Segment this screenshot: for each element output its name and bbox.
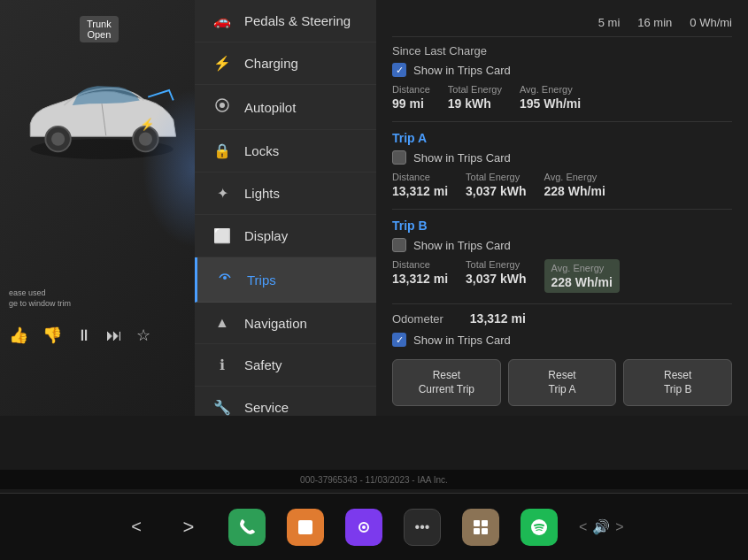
camera-app-icon[interactable] <box>345 509 382 546</box>
divider-2 <box>392 209 732 210</box>
orange-app-icon[interactable] <box>287 509 324 546</box>
reset-trip-a-button[interactable]: ResetTrip A <box>508 359 617 406</box>
trip-a-header: Trip A <box>392 131 732 145</box>
trips-icon <box>215 270 235 289</box>
sidebar-item-label: Locks <box>244 143 279 158</box>
odometer-show-trips-row[interactable]: Show in Trips Card <box>392 333 732 347</box>
taskbar: < > ••• < 🔊 <box>0 493 748 560</box>
sidebar-item-label: Navigation <box>244 316 307 331</box>
car-panel: Trunk Open ⚡ ease used ge to window trim… <box>0 0 195 416</box>
since-charge-show-trips-row[interactable]: Show in Trips Card <box>392 63 732 77</box>
sidebar-item-trips[interactable]: Trips <box>195 257 376 303</box>
spotify-icon[interactable] <box>521 509 558 546</box>
sidebar-item-label: Safety <box>244 357 282 372</box>
trip-b-checkbox[interactable] <box>392 238 406 252</box>
favorite-icon[interactable]: ☆ <box>136 326 150 345</box>
dots-icon[interactable]: ••• <box>404 509 441 546</box>
sidebar-item-service[interactable]: 🔧 Service <box>195 387 376 416</box>
sidebar-item-charging[interactable]: ⚡ Charging <box>195 42 376 85</box>
sidebar-item-label: Trips <box>247 272 276 288</box>
thumbs-down-icon[interactable]: 👎 <box>42 326 62 345</box>
nav-left-arrow[interactable]: < <box>124 510 149 544</box>
pedals-icon: 🚗 <box>212 12 232 29</box>
sidebar-item-label: Service <box>244 400 289 415</box>
trip-a-checkbox[interactable] <box>392 150 406 165</box>
sidebar-item-label: Lights <box>244 186 280 201</box>
sidebar-item-label: Charging <box>244 56 298 71</box>
autopilot-icon <box>212 97 232 117</box>
top-time: 16 min <box>637 16 672 29</box>
divider-1 <box>392 121 732 122</box>
car-glow <box>142 88 195 248</box>
ease-used-text: ease used ge to window trim <box>9 288 71 310</box>
sidebar-item-safety[interactable]: ℹ Safety <box>195 344 376 387</box>
sidebar-item-display[interactable]: ⬜ Display <box>195 215 376 257</box>
sidebar-item-label: Pedals & Steering <box>244 13 351 28</box>
reset-trip-b-button[interactable]: ResetTrip B <box>623 359 732 406</box>
lock-icon: 🔒 <box>212 142 232 159</box>
reset-buttons-row: ResetCurrent Trip ResetTrip A ResetTrip … <box>392 359 732 406</box>
sidebar-item-pedals-steering[interactable]: 🚗 Pedals & Steering <box>195 0 376 42</box>
odometer-value: 13,312 mi <box>470 311 526 326</box>
next-icon[interactable]: ⏭ <box>106 326 122 345</box>
since-charge-distance: Distance 99 mi <box>392 84 430 111</box>
trip-b-section: Trip B Show in Trips Card Distance 13,31… <box>392 219 732 293</box>
volume-right-arrow[interactable]: > <box>615 519 623 535</box>
sidebar-item-autopilot[interactable]: Autopilot <box>195 85 376 130</box>
sidebar-item-locks[interactable]: 🔒 Locks <box>195 130 376 173</box>
volume-icon: 🔊 <box>592 518 610 535</box>
pause-icon[interactable]: ⏸ <box>76 326 92 345</box>
settings-sidebar: 🚗 Pedals & Steering ⚡ Charging Autopilot… <box>195 0 376 416</box>
sidebar-item-label: Display <box>244 228 288 243</box>
svg-rect-10 <box>298 520 312 534</box>
trip-b-header: Trip B <box>392 219 732 233</box>
since-charge-total-energy: Total Energy 19 kWh <box>448 84 502 111</box>
navigation-icon: ▲ <box>212 315 232 331</box>
svg-rect-13 <box>474 520 480 526</box>
odometer-row: Odometer 13,312 mi <box>392 311 732 326</box>
volume-control[interactable]: < 🔊 > <box>579 518 624 535</box>
since-last-charge-label: Since Last Charge <box>392 44 732 58</box>
thumbs-up-icon[interactable]: 👍 <box>9 326 28 345</box>
trip-a-distance: Distance 13,312 mi <box>392 172 448 198</box>
trip-a-avg-energy: Avg. Energy 228 Wh/mi <box>544 172 605 198</box>
trip-b-show-trips-row[interactable]: Show in Trips Card <box>392 238 732 252</box>
trip-b-avg-energy: Avg. Energy 228 Wh/mi <box>544 259 620 293</box>
trip-a-stats: Distance 13,312 mi Total Energy 3,037 kW… <box>392 172 732 198</box>
footer: 000-37965343 - 11/03/2023 - IAA Inc. <box>0 470 748 489</box>
trip-b-distance: Distance 13,312 mi <box>392 259 448 293</box>
since-charge-avg-energy: Avg. Energy 195 Wh/mi <box>520 84 581 111</box>
trip-a-show-label: Show in Trips Card <box>413 151 511 165</box>
service-icon: 🔧 <box>212 399 232 416</box>
svg-point-9 <box>223 276 227 280</box>
display-icon: ⬜ <box>212 227 232 244</box>
sidebar-item-lights[interactable]: ✦ Lights <box>195 173 376 215</box>
since-last-charge-section: Since Last Charge Show in Trips Card Dis… <box>392 44 732 111</box>
trip-b-show-label: Show in Trips Card <box>413 239 511 252</box>
svg-point-12 <box>362 525 366 529</box>
since-charge-show-label: Show in Trips Card <box>413 64 511 77</box>
charging-icon: ⚡ <box>212 55 232 72</box>
nav-right-arrow[interactable]: > <box>170 509 207 546</box>
odometer-label: Odometer <box>392 312 443 326</box>
media-controls: 👍 👎 ⏸ ⏭ ☆ <box>9 326 150 345</box>
volume-left-arrow[interactable]: < <box>579 519 587 535</box>
trip-a-section: Trip A Show in Trips Card Distance 13,31… <box>392 131 732 198</box>
trip-b-total-energy: Total Energy 3,037 kWh <box>466 259 526 293</box>
phone-icon[interactable] <box>228 509 266 546</box>
odometer-checkbox[interactable] <box>392 333 406 347</box>
grid-app-icon[interactable] <box>462 509 499 546</box>
top-energy: 0 Wh/mi <box>690 16 732 29</box>
trip-b-stats: Distance 13,312 mi Total Energy 3,037 kW… <box>392 259 732 293</box>
odometer-section: Odometer 13,312 mi Show in Trips Card <box>392 311 732 347</box>
since-charge-checkbox[interactable] <box>392 63 406 77</box>
trip-a-total-energy: Total Energy 3,037 kWh <box>466 172 526 198</box>
divider-3 <box>392 303 732 304</box>
lights-icon: ✦ <box>212 185 232 202</box>
sidebar-item-navigation[interactable]: ▲ Navigation <box>195 303 376 344</box>
trip-a-show-trips-row[interactable]: Show in Trips Card <box>392 150 732 165</box>
reset-current-trip-button[interactable]: ResetCurrent Trip <box>392 359 501 406</box>
trunk-status: Trunk Open <box>80 16 119 42</box>
sidebar-item-label: Autopilot <box>244 100 296 115</box>
safety-icon: ℹ <box>212 357 232 373</box>
